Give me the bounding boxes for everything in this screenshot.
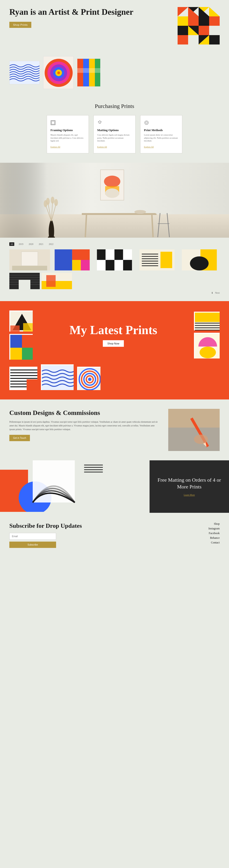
latest-prints-title: My Latest Prints bbox=[37, 323, 189, 337]
svg-point-136 bbox=[88, 378, 91, 381]
svg-point-47 bbox=[155, 212, 172, 214]
svg-rect-108 bbox=[22, 335, 33, 348]
latest-prints-section: My Latest Prints Shop Now bbox=[0, 301, 229, 400]
print-thumb-waves[interactable] bbox=[9, 61, 40, 84]
svg-rect-22 bbox=[209, 35, 220, 44]
svg-rect-38 bbox=[52, 121, 54, 124]
option-methods-title: Print Methods bbox=[144, 128, 179, 132]
interior-section bbox=[0, 163, 229, 238]
get-in-touch-button[interactable]: Get in Touch bbox=[9, 435, 30, 441]
page-next-button[interactable]: Next bbox=[215, 291, 220, 294]
latest-print-7[interactable] bbox=[77, 367, 101, 390]
svg-rect-44 bbox=[82, 213, 157, 215]
svg-rect-11 bbox=[199, 17, 209, 26]
purchasing-section: Purchasing Prints Framing Options Mauris… bbox=[0, 96, 229, 163]
pagination: 1 Next bbox=[9, 291, 220, 294]
gallery-section: All 2019 2020 2021 2022 bbox=[0, 238, 229, 301]
latest-print-6[interactable] bbox=[41, 364, 74, 390]
latest-print-4[interactable] bbox=[194, 333, 220, 359]
gallery-item-2[interactable] bbox=[52, 249, 92, 271]
shop-prints-button[interactable]: Shop Prints bbox=[9, 22, 31, 28]
matting-icon bbox=[97, 120, 132, 126]
svg-rect-98 bbox=[19, 280, 30, 289]
latest-print-1[interactable] bbox=[9, 310, 33, 332]
email-input[interactable] bbox=[9, 533, 56, 540]
matting-artwork bbox=[0, 460, 150, 513]
print-thumb-circles[interactable] bbox=[43, 56, 74, 89]
learn-more-link[interactable]: Learn More bbox=[184, 494, 195, 496]
custom-section: Custom Designs & Commissions Pellentesqu… bbox=[0, 400, 229, 460]
year-tab-2022[interactable]: 2022 bbox=[48, 242, 54, 246]
svg-rect-9 bbox=[178, 17, 188, 26]
svg-rect-78 bbox=[106, 260, 114, 271]
gallery-item-3[interactable] bbox=[94, 249, 135, 271]
gallery-item-7[interactable] bbox=[42, 273, 72, 289]
svg-point-30 bbox=[57, 71, 60, 74]
svg-rect-10 bbox=[188, 17, 199, 26]
svg-marker-17 bbox=[209, 26, 220, 35]
svg-rect-129 bbox=[27, 379, 37, 390]
hero-title: Ryan is an Artist & Print Designer bbox=[9, 7, 173, 17]
svg-rect-107 bbox=[10, 335, 22, 348]
footer-navigation: Shop Instagram Facebook Behance Contact bbox=[208, 522, 220, 545]
svg-rect-79 bbox=[114, 260, 123, 271]
matting-promo-title: Free Matting on Orders of 4 or More Prin… bbox=[157, 477, 222, 490]
hero-artwork bbox=[173, 7, 220, 49]
option-card-methods: Print Methods Lorem ipsum dolor sit cons… bbox=[140, 115, 182, 153]
footer-nav-shop[interactable]: Shop bbox=[208, 522, 220, 526]
option-card-matting: Matting Options Cras ultricies ligula se… bbox=[93, 115, 136, 153]
latest-print-5[interactable] bbox=[9, 367, 37, 390]
footer-nav-behance[interactable]: Behance bbox=[208, 536, 220, 540]
hero-section: Ryan is an Artist & Print Designer Shop … bbox=[0, 0, 229, 54]
svg-rect-36 bbox=[77, 68, 101, 73]
custom-description: Pellentesque in ipsum id orci porta dapi… bbox=[9, 420, 159, 431]
svg-point-58 bbox=[51, 197, 54, 204]
methods-explore-link[interactable]: Explore All bbox=[144, 146, 154, 148]
latest-print-2[interactable] bbox=[9, 334, 33, 360]
svg-rect-12 bbox=[209, 17, 220, 26]
svg-rect-66 bbox=[22, 252, 38, 266]
svg-rect-101 bbox=[46, 275, 55, 287]
svg-rect-68 bbox=[54, 249, 72, 271]
svg-rect-82 bbox=[160, 252, 172, 268]
shop-now-button[interactable]: Shop Now bbox=[103, 340, 124, 347]
gallery-item-1[interactable] bbox=[9, 249, 50, 271]
svg-point-120 bbox=[199, 346, 216, 358]
svg-point-59 bbox=[54, 199, 58, 206]
footer-nav-contact[interactable]: Contact bbox=[208, 541, 220, 545]
gallery-item-4[interactable] bbox=[137, 249, 177, 271]
svg-rect-18 bbox=[178, 35, 188, 44]
gallery-item-6[interactable] bbox=[9, 273, 40, 289]
svg-point-60 bbox=[135, 210, 146, 214]
subscribe-button[interactable]: Subscribe bbox=[9, 541, 56, 548]
svg-rect-73 bbox=[97, 249, 106, 260]
matting-explore-link[interactable]: Explore All bbox=[97, 146, 107, 148]
svg-rect-67 bbox=[12, 266, 47, 271]
custom-image bbox=[168, 409, 220, 451]
svg-marker-13 bbox=[178, 26, 188, 35]
year-tab-2021[interactable]: 2021 bbox=[38, 242, 44, 246]
subscribe-title: Subscribe for Drop Updates bbox=[9, 522, 208, 529]
gallery-item-5[interactable] bbox=[179, 249, 220, 271]
gallery-row2 bbox=[9, 273, 220, 289]
print-thumb-stripes[interactable] bbox=[77, 59, 101, 87]
svg-rect-70 bbox=[72, 260, 81, 271]
footer-nav-facebook[interactable]: Facebook bbox=[208, 531, 220, 535]
year-tab-all[interactable]: All bbox=[9, 242, 14, 246]
svg-rect-75 bbox=[114, 249, 123, 260]
svg-point-62 bbox=[104, 176, 120, 187]
svg-rect-43 bbox=[0, 163, 47, 238]
svg-rect-100 bbox=[42, 281, 72, 289]
footer-nav-instagram[interactable]: Instagram bbox=[208, 527, 220, 530]
latest-print-3[interactable] bbox=[194, 312, 220, 331]
svg-point-40 bbox=[146, 122, 147, 124]
year-tab-2020[interactable]: 2020 bbox=[28, 242, 34, 246]
svg-rect-112 bbox=[195, 313, 220, 322]
svg-rect-74 bbox=[106, 249, 114, 260]
option-methods-desc: Lorem ipsum dolor sit consectetur adipis… bbox=[144, 133, 179, 143]
page-1-button[interactable]: 1 bbox=[212, 291, 213, 294]
svg-rect-105 bbox=[23, 323, 33, 332]
svg-rect-77 bbox=[97, 260, 106, 271]
framing-explore-link[interactable]: Explore All bbox=[50, 146, 60, 148]
year-tab-2019[interactable]: 2019 bbox=[18, 242, 24, 246]
